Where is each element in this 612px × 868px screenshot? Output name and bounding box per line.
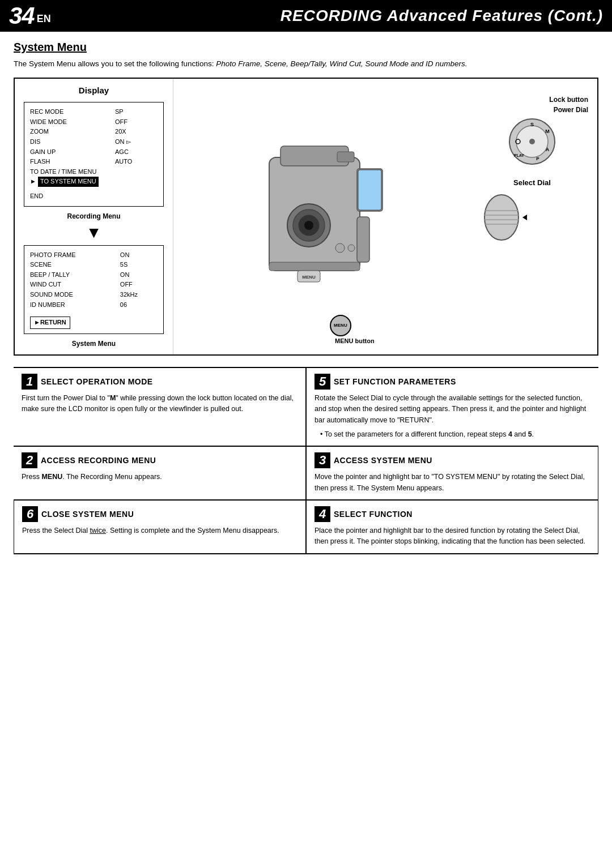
step-6-header: 6 CLOSE SYSTEM MENU — [22, 506, 298, 522]
select-dial-label: Select Dial — [476, 178, 588, 187]
step-2-header: 2 ACCESS RECORDING MENU — [22, 452, 298, 468]
svg-point-11 — [348, 245, 355, 251]
intro-text: The System Menu allows you to set the fo… — [14, 58, 598, 70]
step-1-body: First turn the Power Dial to "M" while p… — [22, 393, 298, 415]
menu-btn-label: MENU — [334, 323, 347, 328]
step-5-number: 5 — [314, 374, 330, 390]
step-6-body: Press the Select Dial twice. Setting is … — [22, 525, 298, 536]
system-menu-box: PHOTO FRAMEON SCENE5S BEEP / TALLYON WIN… — [24, 245, 164, 334]
power-dial-group: Lock button Power Dial S M A P PLAY — [476, 96, 588, 167]
power-dial-label: Power Dial — [476, 106, 588, 114]
section-title: System Menu — [14, 41, 598, 54]
lock-button-label: Lock button — [476, 96, 588, 104]
svg-text:M: M — [545, 129, 550, 134]
step-4-body: Place the pointer and highlighlt bar to … — [314, 525, 590, 548]
step-1-number: 1 — [22, 374, 37, 390]
recording-menu-table: REC MODESP WIDE MODEOFF ZOOM20X DISON ▻ … — [30, 107, 158, 187]
recording-menu-label: Recording Menu — [24, 212, 164, 220]
svg-point-24 — [484, 195, 518, 240]
svg-rect-7 — [358, 170, 381, 210]
return-button: ►RETURN — [30, 317, 70, 329]
system-menu-label: System Menu — [24, 340, 164, 348]
step-4-number: 4 — [314, 506, 330, 522]
power-dial: S M A P PLAY — [507, 116, 558, 167]
step-4-title: SELECT FUNCTION — [334, 510, 413, 519]
svg-rect-8 — [337, 152, 354, 162]
step-1-title: SELECT OPERATION MODE — [41, 377, 153, 386]
step-5: 5 SET FUNCTION PARAMETERS Rotate the Sel… — [306, 368, 598, 447]
diagram-inner: Display REC MODESP WIDE MODEOFF ZOOM20X … — [15, 79, 597, 354]
arrow-down-icon: ▼ — [24, 225, 164, 241]
step-3: 3 ACCESS SYSTEM MENU Move the pointer an… — [306, 447, 598, 501]
select-dial-svg — [476, 189, 527, 246]
svg-text:PLAY: PLAY — [514, 153, 524, 157]
page-number: 34 — [9, 2, 35, 29]
svg-text:S: S — [530, 122, 534, 127]
step-5-bullet: To set the parameters for a different fu… — [314, 429, 590, 440]
step-3-body: Move the pointer and highlight bar to "T… — [314, 472, 590, 494]
page-title: RECORDING Advanced Features (Cont.) — [280, 7, 603, 25]
page-content: System Menu The System Menu allows you t… — [0, 32, 612, 563]
step-4-header: 4 SELECT FUNCTION — [314, 506, 590, 522]
step-2-number: 2 — [22, 452, 37, 468]
step-2-body: Press MENU. The Recording Menu appears. — [22, 472, 298, 482]
step-4: 4 SELECT FUNCTION Place the pointer and … — [306, 501, 598, 554]
menu-button-area: MENU MENU button — [307, 315, 375, 344]
step-3-number: 3 — [314, 452, 330, 468]
step-5-header: 5 SET FUNCTION PARAMETERS — [314, 374, 590, 390]
menu-button: MENU — [330, 315, 351, 336]
step-5-title: SET FUNCTION PARAMETERS — [334, 377, 456, 386]
svg-text:P: P — [536, 156, 539, 161]
svg-text:MENU: MENU — [302, 275, 316, 280]
step-6-number: 6 — [22, 506, 38, 522]
left-panel: Display REC MODESP WIDE MODEOFF ZOOM20X … — [15, 79, 173, 354]
svg-text:A: A — [546, 147, 550, 152]
diagram-box: Display REC MODESP WIDE MODEOFF ZOOM20X … — [14, 78, 598, 356]
step-3-title: ACCESS SYSTEM MENU — [334, 456, 432, 465]
step-3-header: 3 ACCESS SYSTEM MENU — [314, 452, 590, 468]
display-label: Display — [24, 85, 164, 95]
svg-point-10 — [335, 243, 345, 253]
svg-marker-29 — [522, 213, 527, 222]
camera-svg: MENU — [252, 135, 388, 299]
svg-rect-12 — [269, 262, 360, 271]
center-panel: MENU MENU MENU button — [173, 79, 467, 354]
recording-menu-box: REC MODESP WIDE MODEOFF ZOOM20X DISON ▻ … — [24, 102, 164, 206]
step-2: 2 ACCESS RECORDING MENU Press MENU. The … — [14, 447, 306, 501]
step-6-title: CLOSE SYSTEM MENU — [41, 510, 134, 519]
page-suffix: EN — [37, 13, 51, 29]
system-menu-table: PHOTO FRAMEON SCENE5S BEEP / TALLYON WIN… — [30, 250, 158, 310]
step-5-body: Rotate the Select Dial to cycle through … — [314, 393, 590, 426]
svg-rect-9 — [357, 217, 369, 262]
right-panel: Lock button Power Dial S M A P PLAY — [467, 79, 597, 354]
select-dial-group: Select Dial — [476, 178, 588, 246]
system-menu-highlight: TO SYSTEM MENU — [38, 177, 99, 187]
steps-grid: 1 SELECT OPERATION MODE First turn the P… — [14, 367, 598, 554]
step-1-header: 1 SELECT OPERATION MODE — [22, 374, 298, 390]
svg-point-5 — [304, 221, 313, 230]
menu-button-desc: MENU button — [335, 337, 375, 344]
step-6: 6 CLOSE SYSTEM MENU Press the Select Dia… — [14, 501, 306, 554]
page-header: 34 EN RECORDING Advanced Features (Cont.… — [0, 0, 612, 32]
power-dial-svg: S M A P PLAY — [507, 116, 558, 167]
svg-point-23 — [529, 139, 535, 144]
step-2-title: ACCESS RECORDING MENU — [41, 456, 156, 465]
step-1: 1 SELECT OPERATION MODE First turn the P… — [14, 368, 306, 447]
